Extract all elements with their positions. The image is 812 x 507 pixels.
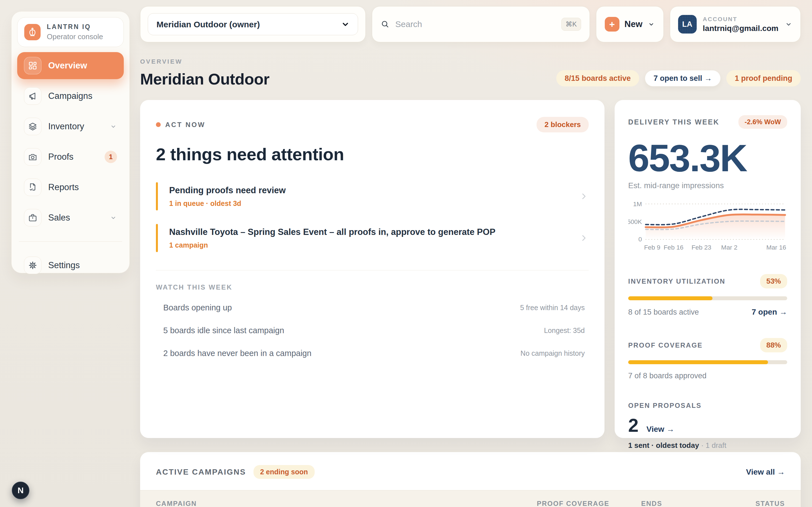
account-email: lantrniq@gmail.com (703, 24, 778, 33)
delivery-card: DELIVERY THIS WEEK -2.6% WoW 653.3K Est.… (615, 100, 801, 438)
sidebar-item-label: Reports (48, 182, 117, 192)
open-boards-link[interactable]: 7 open → (752, 307, 787, 317)
sidebar-item-overview[interactable]: Overview (17, 52, 124, 79)
chevron-right-icon (579, 233, 589, 243)
sidebar-item-label: Proofs (48, 152, 98, 162)
sidebar-item-sales[interactable]: Sales (17, 204, 124, 231)
inventory-utilization-section: INVENTORY UTILIZATION 53% 8 of 15 boards… (628, 274, 787, 317)
attention-item-title: Pending proofs need review (169, 185, 573, 195)
page-header: OVERVIEW Meridian Outdoor 8/15 boards ac… (140, 58, 801, 88)
sidebar-item-reports[interactable]: Reports (17, 174, 124, 201)
org-selector-card: Meridian Outdoor (owner) (140, 6, 366, 42)
svg-text:Feb 9: Feb 9 (644, 244, 660, 251)
column-campaign: CAMPAIGN (156, 500, 537, 507)
app-subtitle: Operator console (47, 33, 103, 41)
view-all-link[interactable]: View all → (746, 467, 785, 476)
attention-item-campaign[interactable]: Nashville Toyota – Spring Sales Event – … (156, 224, 589, 252)
status-dot-icon (156, 122, 161, 127)
ending-soon-badge: 2 ending soon (253, 465, 315, 479)
dashboard-grid: ACT NOW 2 blockers 2 things need attenti… (140, 100, 801, 438)
account-label: ACCOUNT (703, 16, 778, 22)
attention-item-meta: 1 in queue · oldest 3d (169, 200, 573, 208)
org-select[interactable]: Meridian Outdoor (owner) (148, 13, 358, 35)
search-bar: ⌘K (372, 6, 590, 42)
main-content: Meridian Outdoor (owner) ⌘K + New LA ACC… (130, 0, 812, 507)
svg-text:Mar 16: Mar 16 (766, 244, 786, 251)
wow-badge: -2.6% WoW (739, 115, 787, 129)
sidebar-item-label: Sales (48, 213, 103, 223)
boards-active-pill: 8/15 boards active (556, 70, 639, 87)
plus-icon: + (605, 17, 619, 32)
campaigns-header: ACTIVE CAMPAIGNS 2 ending soon View all … (140, 465, 801, 479)
proof-coverage-section: PROOF COVERAGE 88% 7 of 8 boards approve… (628, 338, 787, 380)
chevron-down-icon (110, 214, 117, 221)
act-now-card: ACT NOW 2 blockers 2 things need attenti… (140, 100, 605, 438)
attention-item-body: Pending proofs need review 1 in queue · … (169, 185, 573, 208)
app-logo-card: LANTRN IQ Operator console (17, 17, 124, 47)
new-button-label: New (624, 19, 643, 29)
column-status: STATUS (720, 500, 785, 507)
column-proof-coverage: PROOF COVERAGE (537, 500, 641, 507)
sidebar-item-inventory[interactable]: Inventory (17, 113, 124, 140)
page-title: Meridian Outdoor (140, 70, 269, 88)
act-now-header: ACT NOW 2 blockers (156, 117, 589, 132)
proof-caption: 7 of 8 boards approved (628, 372, 707, 380)
watch-list: Boards opening up 5 free within 14 days … (156, 303, 589, 358)
impressions-caption: Est. mid-range impressions (628, 181, 787, 190)
proposals-count: 2 (628, 414, 639, 436)
utilization-caption: 8 of 15 boards active (628, 308, 699, 317)
proof-progress-bar (628, 360, 787, 364)
gear-icon (24, 257, 42, 274)
proof-percent-badge: 88% (760, 338, 787, 352)
new-button[interactable]: + New (596, 6, 664, 42)
floating-n-button[interactable]: N (12, 482, 29, 499)
attention-item-meta: 1 campaign (169, 241, 573, 249)
attention-heading: 2 things need attention (156, 144, 589, 164)
sidebar-item-label: Inventory (48, 121, 103, 131)
act-now-label: ACT NOW (165, 121, 206, 129)
delivery-header: DELIVERY THIS WEEK -2.6% WoW (628, 115, 787, 129)
open-to-sell-pill[interactable]: 7 open to sell → (645, 70, 721, 87)
lantern-logo-icon (24, 24, 41, 40)
svg-text:Feb 16: Feb 16 (664, 244, 683, 251)
accent-bar (156, 224, 158, 252)
search-input[interactable] (395, 19, 556, 29)
topbar: Meridian Outdoor (owner) ⌘K + New LA ACC… (140, 6, 801, 42)
view-proposals-link[interactable]: View → (647, 425, 674, 434)
overview-grid-icon (24, 57, 42, 74)
inventory-utilization-heading: INVENTORY UTILIZATION (628, 277, 725, 285)
briefcase-icon (24, 209, 42, 226)
sidebar-item-proofs[interactable]: Proofs 1 (17, 144, 124, 170)
avatar: LA (678, 15, 697, 34)
app-name: LANTRN IQ (47, 23, 103, 31)
open-proposals-heading: OPEN PROPOSALS (628, 402, 787, 409)
proposals-meta: 1 sent · oldest today · 1 draft (628, 441, 787, 450)
attention-list: Pending proofs need review 1 in queue · … (156, 182, 589, 252)
impressions-number: 653.3K (628, 136, 787, 180)
sidebar-item-label: Settings (48, 260, 117, 270)
delivery-chart-svg: 1M500K0Feb 9Feb 16Feb 23Mar 2Mar 16 (628, 200, 787, 251)
sidebar-item-label: Overview (48, 61, 117, 71)
act-now-eyebrow: ACT NOW (156, 121, 206, 129)
open-proposals-section: OPEN PROPOSALS 2 View → 1 sent · oldest … (628, 402, 787, 450)
watch-value: 5 free within 14 days (520, 304, 585, 312)
svg-text:Feb 23: Feb 23 (692, 244, 711, 251)
attention-item-proofs[interactable]: Pending proofs need review 1 in queue · … (156, 182, 589, 210)
header-pills: 8/15 boards active 7 open to sell → 1 pr… (556, 70, 801, 88)
watch-heading: WATCH THIS WEEK (156, 283, 589, 291)
proposals-meta-muted: · 1 draft (701, 441, 726, 450)
app-title-block: LANTRN IQ Operator console (47, 23, 103, 41)
sidebar-item-settings[interactable]: Settings (17, 252, 124, 279)
watch-row: Boards opening up 5 free within 14 days (156, 303, 589, 313)
watch-row: 5 boards idle since last campaign Longes… (156, 326, 589, 335)
watch-label: Boards opening up (163, 303, 232, 313)
account-menu[interactable]: LA ACCOUNT lantrniq@gmail.com (670, 6, 801, 42)
sidebar-nav: Overview Campaigns Inventory (17, 52, 124, 279)
proof-coverage-heading: PROOF COVERAGE (628, 341, 703, 349)
proof-pending-pill: 1 proof pending (726, 70, 801, 87)
campaigns-heading: ACTIVE CAMPAIGNS (156, 467, 246, 476)
watch-value: No campaign history (520, 349, 585, 357)
attention-item-body: Nashville Toyota – Spring Sales Event – … (169, 227, 573, 249)
sidebar-item-campaigns[interactable]: Campaigns (17, 82, 124, 110)
sidebar-item-label: Campaigns (48, 91, 117, 101)
